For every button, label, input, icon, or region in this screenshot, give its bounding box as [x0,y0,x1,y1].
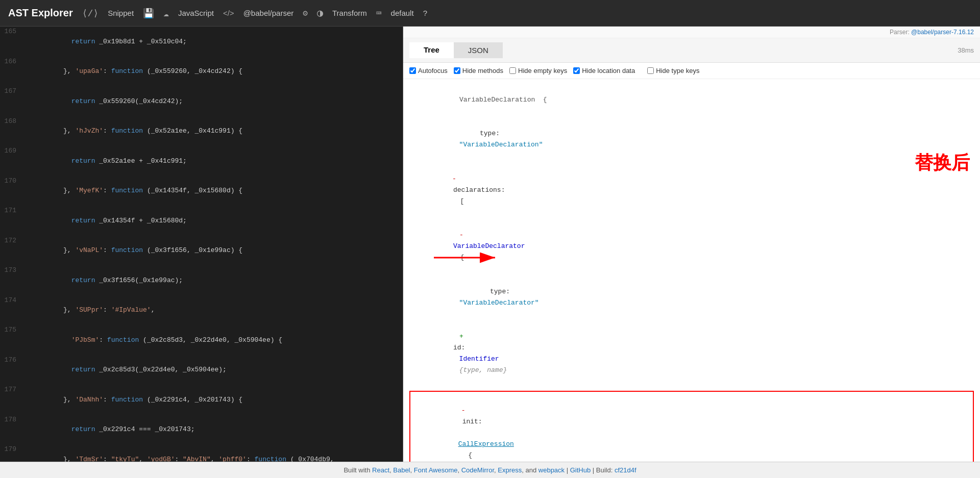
footer-link-codemirror[interactable]: CodeMirror [461,466,494,474]
footer-link-babel[interactable]: Babel [393,466,410,474]
footer-and: and [525,466,538,474]
tab-json[interactable]: JSON [454,42,503,58]
tab-tree[interactable]: Tree [409,42,454,58]
code-line-165: 165 return _0x19b8d1 + _0x510c04; [0,27,403,57]
ast-tree[interactable]: VariableDeclaration { type: "VariableDec… [403,79,980,462]
language-label[interactable]: JavaScript [178,9,214,17]
code-panel[interactable]: 165 return _0x19b8d1 + _0x510c04; 166 },… [0,27,403,462]
ast-line: type: "VariableDeclarator" [409,275,974,320]
ast-meta: {type, name} [449,366,507,374]
line-number: 171 [4,206,23,236]
ast-spacer [458,429,469,437]
snippet-label[interactable]: Snippet [108,9,134,17]
ast-key: id: [449,344,465,351]
ast-call-expression-link[interactable]: CallExpression [458,440,514,448]
line-number: 166 [4,57,23,87]
code-line-177: 177 }, 'DaNhh': function (_0x2291c4, _0x… [0,385,403,415]
ast-node-type: VariableDeclarator [449,242,525,250]
cloud-icon[interactable]: ☁ [163,8,169,19]
ast-key: declarations: [449,186,505,194]
keyboard-icon[interactable]: ⌨ [376,8,382,19]
help-icon[interactable]: ? [423,9,427,17]
footer-link-webpack[interactable]: webpack [538,466,565,474]
ast-minus: - [449,175,456,183]
code-line-179: 179 }, 'TdmSr': "tkyTu", 'yodGB': "AbvIN… [0,444,403,462]
hide-type-keys-control[interactable]: Hide type keys [647,67,699,74]
line-number: 179 [4,444,23,462]
footer-link-github[interactable]: GitHub [570,466,591,474]
ast-value: "VariableDeclaration" [449,141,543,148]
code-line-174: 174 }, 'SUPpr': '#IpValue', [0,295,403,325]
line-number: 177 [4,385,23,415]
hide-empty-keys-checkbox[interactable] [509,67,516,74]
autofocus-control[interactable]: Autofocus [409,67,448,74]
ast-panel-inner: 替换后 VariableDeclaration { type: "Variabl… [403,79,980,462]
timer-badge: 38ms [958,46,974,54]
ast-tabs: Tree JSON [409,42,503,58]
autofocus-checkbox[interactable] [409,67,416,74]
code-line-169: 169 return _0x52a1ee + _0x41c991; [0,146,403,176]
ast-brace: { [458,451,472,459]
footer-link-fontawesome[interactable]: Font Awesome [414,466,458,474]
ast-brace: { [449,254,464,261]
ast-red-border-section: - init: CallExpression { type: "CallExpr… [409,391,974,462]
save-icon[interactable]: 💾 [143,8,154,19]
hide-methods-checkbox[interactable] [454,67,460,74]
footer-separator2: | Build: [593,466,615,474]
ast-minus: - [449,231,463,239]
toggle-icon[interactable]: ◑ [317,7,323,19]
line-number: 178 [4,415,23,445]
parser-label[interactable]: @babel/parser [243,9,294,17]
app-header: AST Explorer ⟨/⟩ Snippet 💾 ☁ JavaScript … [0,0,980,27]
ast-controls: Autofocus Hide methods Hide empty keys H… [403,63,980,79]
hide-empty-keys-control[interactable]: Hide empty keys [509,67,567,74]
settings-icon[interactable]: ⚙ [303,8,308,18]
line-number: 175 [4,325,23,355]
code-snippet-icon[interactable]: ⟨/⟩ [82,8,99,19]
ast-value: "VariableDeclarator" [449,299,539,307]
ast-line: type: "VariableDeclaration" [409,117,974,162]
ast-line: - declarations: [ [409,162,974,218]
transform-label[interactable]: Transform [332,9,367,17]
line-number: 173 [4,265,23,295]
line-number: 168 [4,116,23,146]
ast-tabs-header: Tree JSON 38ms [403,38,980,63]
parser-link[interactable]: @babel/parser-7.16.12 [911,29,974,36]
line-number: 165 [4,27,23,57]
chinese-annotation: 替换后 [915,150,970,175]
hide-methods-control[interactable]: Hide methods [454,67,503,74]
code-line-176: 176 return _0x2c85d3(_0x22d4e0, _0x5904e… [0,355,403,385]
hide-location-control[interactable]: Hide location data [573,67,635,74]
line-number: 172 [4,236,23,266]
ast-bracket: [ [449,197,464,205]
code-line-178: 178 return _0x2291c4 === _0x201743; [0,415,403,445]
ast-key: type: [449,288,510,295]
default-label[interactable]: default [391,9,414,17]
ast-plus: + [449,333,463,340]
code-line-167: 167 return _0x559260(_0x4cd242); [0,86,403,116]
line-number: 174 [4,295,23,325]
footer-build-hash[interactable]: cf21d4f [615,466,636,474]
footer: Built with React, Babel, Font Awesome, C… [0,462,980,478]
line-number: 170 [4,176,23,206]
ast-key: type: [449,130,500,137]
footer-text-before: Built with [344,466,372,474]
ast-panel: Parser: @babel/parser-7.16.12 Tree JSON … [403,27,980,462]
ast-key-init: init: [458,418,482,425]
parser-info: Parser: @babel/parser-7.16.12 [403,27,980,38]
ast-line: + id: Identifier {type, name} [409,320,974,388]
hide-location-checkbox[interactable] [573,67,580,74]
footer-link-express[interactable]: Express [498,466,522,474]
line-number: 167 [4,86,23,116]
ast-line: VariableDeclaration { [409,83,974,117]
ast-line: - VariableDeclarator { [409,218,974,274]
ast-node-type: Identifier [449,355,499,363]
ast-node-label: VariableDeclaration { [449,96,547,104]
footer-link-react[interactable]: React [372,466,389,474]
ast-minus-init: - [458,407,465,414]
code-line-172: 172 }, 'vNaPL': function (_0x3f1656, _0x… [0,236,403,266]
code-line-173: 173 return _0x3f1656(_0x1e99ac); [0,265,403,295]
hide-type-keys-checkbox[interactable] [647,67,654,74]
line-number: 176 [4,355,23,385]
code-line-170: 170 }, 'MyefK': function (_0x14354f, _0x… [0,176,403,206]
